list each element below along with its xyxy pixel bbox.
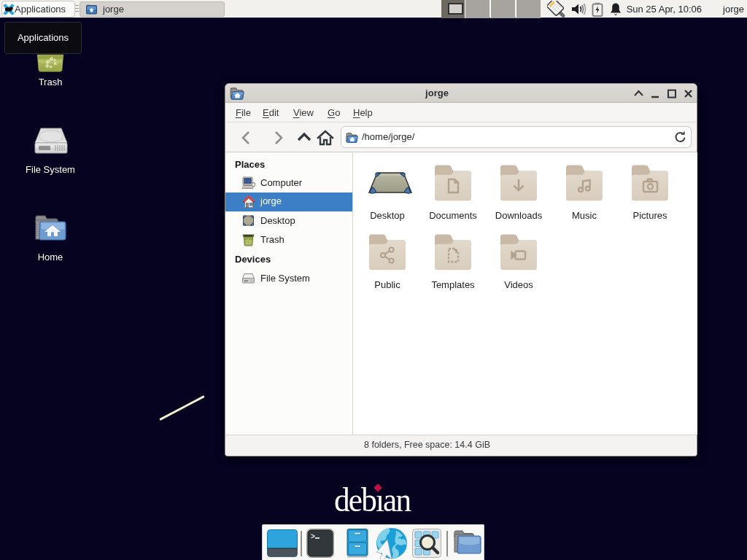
svg-text:>: > bbox=[311, 533, 315, 541]
